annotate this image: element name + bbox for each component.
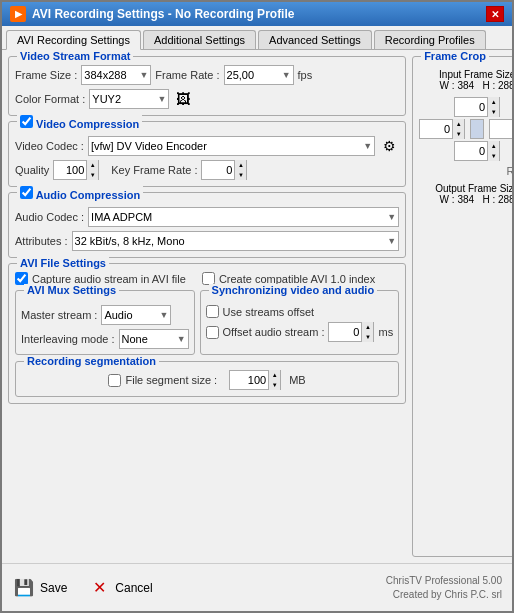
reset-button[interactable]: Reset bbox=[419, 165, 512, 177]
video-compression-group: Video Compression Video Codec : [vfw] DV… bbox=[8, 121, 406, 187]
sync-group: Synchronizing video and audio Use stream… bbox=[200, 290, 400, 355]
video-codec-label: Video Codec : bbox=[15, 140, 84, 152]
tab-avi-recording[interactable]: AVI Recording Settings bbox=[6, 30, 141, 50]
color-format-arrow: ▼ bbox=[157, 94, 166, 104]
crop-left-down[interactable]: ▼ bbox=[453, 129, 464, 139]
crop-bottom-up[interactable]: ▲ bbox=[488, 141, 499, 151]
capture-audio-label: Capture audio stream in AVI file bbox=[32, 273, 186, 285]
quality-down[interactable]: ▼ bbox=[87, 170, 98, 180]
keyframe-down[interactable]: ▼ bbox=[235, 170, 246, 180]
video-codec-select[interactable]: [vfw] DV Video Encoder ▼ bbox=[88, 136, 375, 156]
left-column: Video Stream Format Frame Size : 384x288… bbox=[8, 56, 406, 557]
master-stream-select[interactable]: Audio ▼ bbox=[101, 305, 171, 325]
save-icon: 💾 bbox=[12, 576, 36, 600]
avi-mux-group: AVI Mux Settings Master stream : Audio ▼… bbox=[15, 290, 195, 355]
input-dimensions: W : 384 H : 288 bbox=[419, 80, 512, 91]
recording-segmentation-group: Recording segmentation File segment size… bbox=[15, 361, 399, 397]
app-icon: ▶ bbox=[10, 6, 26, 22]
output-dimensions: W : 384 H : 288 bbox=[419, 194, 512, 205]
color-format-select[interactable]: YUY2 ▼ bbox=[89, 89, 169, 109]
attributes-select[interactable]: 32 kBit/s, 8 kHz, Mono ▼ bbox=[72, 231, 400, 251]
cancel-button[interactable]: ✕ Cancel bbox=[87, 576, 152, 600]
attributes-label: Attributes : bbox=[15, 235, 68, 247]
window: ▶ AVI Recording Settings - No Recording … bbox=[0, 0, 514, 613]
crop-top-down[interactable]: ▼ bbox=[488, 107, 499, 117]
interleaving-select[interactable]: None ▼ bbox=[119, 329, 189, 349]
frame-rate-select[interactable]: 25,00 ▼ bbox=[224, 65, 294, 85]
crop-top-spinbox[interactable]: 0 ▲ ▼ bbox=[454, 97, 500, 117]
offset-audio-spinbox[interactable]: 0 ▲ ▼ bbox=[328, 322, 374, 342]
crop-bottom-down[interactable]: ▼ bbox=[488, 151, 499, 161]
key-frame-spinbox[interactable]: 0 ▲ ▼ bbox=[201, 160, 247, 180]
footer-buttons: 💾 Save ✕ Cancel bbox=[12, 576, 153, 600]
color-format-icon-btn[interactable]: 🖼 bbox=[173, 89, 193, 109]
codec-settings-icon[interactable]: ⚙ bbox=[379, 136, 399, 156]
video-compression-checkbox[interactable] bbox=[20, 115, 33, 128]
footer: 💾 Save ✕ Cancel ChrisTV Professional 5.0… bbox=[2, 563, 512, 611]
master-stream-label: Master stream : bbox=[21, 309, 97, 321]
quality-label: Quality bbox=[15, 164, 49, 176]
offset-unit: ms bbox=[378, 326, 393, 338]
frame-rate-label: Frame Rate : bbox=[155, 69, 219, 81]
keyframe-up[interactable]: ▲ bbox=[235, 160, 246, 170]
brand-info: ChrisTV Professional 5.00 Created by Chr… bbox=[386, 574, 502, 602]
video-compression-label: Video Compression bbox=[17, 115, 142, 130]
file-segment-checkbox[interactable] bbox=[108, 374, 121, 387]
video-stream-label: Video Stream Format bbox=[17, 50, 133, 62]
crop-bottom-spinbox[interactable]: 0 ▲ ▼ bbox=[454, 141, 500, 161]
segment-unit: MB bbox=[289, 374, 306, 386]
audio-codec-arrow: ▼ bbox=[387, 212, 396, 222]
audio-codec-label: Audio Codec : bbox=[15, 211, 84, 223]
save-label: Save bbox=[40, 581, 67, 595]
cancel-label: Cancel bbox=[115, 581, 152, 595]
master-stream-arrow: ▼ bbox=[159, 310, 168, 320]
crop-left-spinbox[interactable]: 0 ▲ ▼ bbox=[419, 119, 465, 139]
audio-compression-group: Audio Compression Audio Codec : IMA ADPC… bbox=[8, 192, 406, 258]
offset-audio-checkbox[interactable] bbox=[206, 326, 219, 339]
frame-rate-arrow: ▼ bbox=[282, 70, 291, 80]
tabs-bar: AVI Recording Settings Additional Settin… bbox=[2, 26, 512, 50]
segment-down[interactable]: ▼ bbox=[269, 380, 280, 390]
segment-up[interactable]: ▲ bbox=[269, 370, 280, 380]
color-format-label: Color Format : bbox=[15, 93, 85, 105]
main-content: Video Stream Format Frame Size : 384x288… bbox=[2, 50, 512, 563]
cancel-icon: ✕ bbox=[87, 576, 111, 600]
offset-up[interactable]: ▲ bbox=[362, 322, 373, 332]
frame-crop-group: Frame Crop Input Frame Size W : 384 H : … bbox=[412, 56, 512, 557]
attributes-arrow: ▼ bbox=[387, 236, 396, 246]
frame-crop-label: Frame Crop bbox=[421, 50, 489, 62]
use-offset-checkbox[interactable] bbox=[206, 305, 219, 318]
output-frame-size-label: Output Frame Size bbox=[419, 183, 512, 194]
crop-left-up[interactable]: ▲ bbox=[453, 119, 464, 129]
save-button[interactable]: 💾 Save bbox=[12, 576, 67, 600]
offset-down[interactable]: ▼ bbox=[362, 332, 373, 342]
video-codec-arrow: ▼ bbox=[363, 141, 372, 151]
crop-right-spinbox[interactable]: 0 ▲ ▼ bbox=[489, 119, 512, 139]
tab-additional[interactable]: Additional Settings bbox=[143, 30, 256, 49]
key-frame-label: Key Frame Rate : bbox=[111, 164, 197, 176]
frame-size-arrow: ▼ bbox=[139, 70, 148, 80]
audio-codec-select[interactable]: IMA ADPCM ▼ bbox=[88, 207, 399, 227]
crop-top-up[interactable]: ▲ bbox=[488, 97, 499, 107]
file-segment-spinbox[interactable]: 100 ▲ ▼ bbox=[229, 370, 281, 390]
recording-segmentation-label: Recording segmentation bbox=[24, 355, 159, 367]
quality-spinbox[interactable]: 100 ▲ ▼ bbox=[53, 160, 99, 180]
use-offset-label: Use streams offset bbox=[223, 306, 315, 318]
frame-size-select[interactable]: 384x288 ▼ bbox=[81, 65, 151, 85]
avi-file-settings-label: AVI File Settings bbox=[17, 257, 109, 269]
sync-label: Synchronizing video and audio bbox=[209, 284, 378, 296]
interleaving-label: Interleaving mode : bbox=[21, 333, 115, 345]
crop-preview bbox=[470, 119, 484, 139]
file-segment-label: File segment size : bbox=[125, 374, 217, 386]
tab-advanced[interactable]: Advanced Settings bbox=[258, 30, 372, 49]
avi-file-settings-group: AVI File Settings Capture audio stream i… bbox=[8, 263, 406, 404]
avi-mux-label: AVI Mux Settings bbox=[24, 284, 119, 296]
window-title: AVI Recording Settings - No Recording Pr… bbox=[32, 7, 294, 21]
quality-up[interactable]: ▲ bbox=[87, 160, 98, 170]
offset-audio-label: Offset audio stream : bbox=[223, 326, 325, 338]
audio-compression-label: Audio Compression bbox=[17, 186, 143, 201]
close-button[interactable]: ✕ bbox=[486, 6, 504, 22]
audio-compression-checkbox[interactable] bbox=[20, 186, 33, 199]
tab-profiles[interactable]: Recording Profiles bbox=[374, 30, 486, 49]
interleaving-arrow: ▼ bbox=[177, 334, 186, 344]
